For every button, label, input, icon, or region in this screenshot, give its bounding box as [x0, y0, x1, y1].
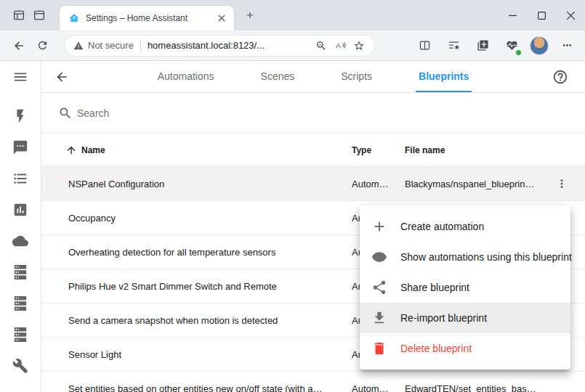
- menu-item-share-blueprint[interactable]: Share blueprint: [360, 272, 570, 303]
- not-secure-warning-icon: [73, 41, 84, 51]
- search-input[interactable]: [77, 93, 585, 133]
- tab-scenes[interactable]: Scenes: [258, 61, 298, 92]
- server-icon: [12, 327, 28, 343]
- sidebar-item-cloud[interactable]: [0, 225, 41, 256]
- collections-icon[interactable]: [472, 35, 493, 57]
- read-aloud-icon[interactable]: A: [331, 36, 350, 55]
- favorites-hub-icon[interactable]: [443, 35, 464, 57]
- back-icon[interactable]: [7, 34, 31, 57]
- zoom-out-icon[interactable]: [312, 36, 331, 55]
- toolbar-right-group: [413, 35, 578, 57]
- address-bar[interactable]: Not secure homeassistant.local:8123/... …: [64, 35, 375, 57]
- favorite-star-icon[interactable]: [350, 36, 368, 55]
- split-screen-icon[interactable]: [413, 35, 435, 57]
- cloud-icon: [12, 233, 28, 249]
- sidebar-item-tools[interactable]: [0, 350, 41, 381]
- eye-icon: [371, 249, 387, 265]
- ha-header: Automations Scenes Scripts Blueprints: [41, 61, 585, 93]
- tab-automations[interactable]: Automations: [155, 61, 217, 92]
- blueprint-context-menu: Create automation Show automations using…: [360, 205, 570, 369]
- sidebar-item-energy[interactable]: [0, 100, 41, 131]
- column-header-name[interactable]: Name: [81, 145, 105, 155]
- menu-icon[interactable]: [0, 61, 41, 93]
- table-row[interactable]: NSPanel Configuration Autom… Blackymas/n…: [41, 167, 585, 201]
- search-icon: [58, 106, 73, 121]
- sidebar-item-history[interactable]: [0, 194, 41, 225]
- chart-icon: [12, 202, 28, 218]
- sidebar-item-addon-1[interactable]: [0, 256, 41, 287]
- minimize-button[interactable]: [498, 0, 527, 30]
- tab-title: Settings – Home Assistant: [86, 13, 209, 23]
- workspaces-icon[interactable]: [9, 5, 29, 25]
- home-assistant-favicon: [68, 12, 80, 24]
- sidebar-item-addon-3[interactable]: [0, 319, 41, 350]
- help-icon[interactable]: [552, 61, 569, 92]
- search-bar: [41, 93, 585, 134]
- profile-avatar[interactable]: [530, 36, 549, 55]
- window-controls: [498, 0, 585, 30]
- menu-item-reimport-blueprint[interactable]: Re-import blueprint: [360, 303, 570, 333]
- column-header-file[interactable]: File name: [390, 145, 538, 155]
- tab-scripts[interactable]: Scripts: [338, 61, 375, 92]
- menu-item-show-automations[interactable]: Show automations using this blueprint: [360, 242, 570, 272]
- row-menu-kebab-icon[interactable]: [549, 171, 575, 197]
- server-icon: [12, 295, 28, 311]
- menu-item-delete-blueprint[interactable]: Delete blueprint: [360, 333, 570, 364]
- refresh-icon[interactable]: [31, 34, 54, 57]
- close-button[interactable]: [556, 0, 585, 30]
- flash-icon: [12, 108, 28, 124]
- trash-icon: [371, 340, 387, 356]
- browser-tab[interactable]: Settings – Home Assistant: [60, 6, 234, 30]
- sort-arrow-up-icon[interactable]: [65, 144, 77, 156]
- status-dot: [515, 49, 522, 56]
- svg-text:A: A: [336, 41, 341, 49]
- download-icon: [371, 310, 387, 326]
- share-icon: [371, 279, 387, 295]
- new-tab-button[interactable]: [240, 5, 260, 25]
- sidebar-item-assist[interactable]: [0, 131, 41, 163]
- maximize-button[interactable]: [527, 0, 556, 30]
- sidebar-item-logbook[interactable]: [0, 163, 41, 194]
- server-icon: [12, 264, 28, 280]
- tab-blueprints[interactable]: Blueprints: [416, 61, 472, 92]
- more-icon[interactable]: [556, 35, 578, 57]
- tab-close-icon[interactable]: [215, 12, 228, 25]
- url-text[interactable]: homeassistant.local:8123/...: [148, 40, 312, 51]
- security-label: Not secure: [88, 40, 134, 51]
- browser-toolbar: Not secure homeassistant.local:8123/... …: [0, 30, 585, 61]
- browser-titlebar: Settings – Home Assistant: [0, 0, 585, 30]
- plus-icon: [371, 219, 387, 234]
- wrench-icon: [12, 358, 28, 374]
- table-row[interactable]: Set entities based on other entities new…: [41, 372, 585, 392]
- ha-sidebar: [0, 61, 41, 392]
- table-header: Name Type File name: [41, 134, 585, 167]
- ha-nav-tabs: Automations Scenes Scripts Blueprints: [41, 61, 585, 92]
- menu-item-create-automation[interactable]: Create automation: [360, 211, 570, 242]
- divider: [140, 40, 141, 52]
- list-icon: [12, 171, 28, 187]
- tab-actions-icon[interactable]: [29, 5, 49, 25]
- sidebar-item-addon-2[interactable]: [0, 287, 41, 319]
- column-header-type[interactable]: Type: [325, 145, 390, 155]
- chat-icon: [12, 139, 28, 155]
